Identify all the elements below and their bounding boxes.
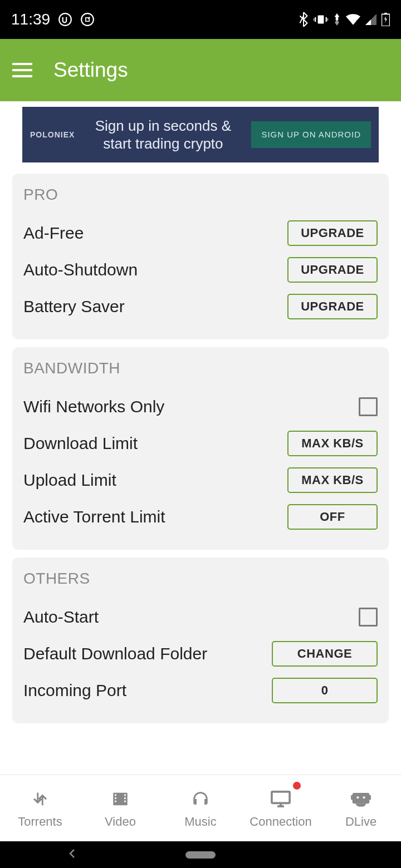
share-app-icon [80,12,95,27]
svg-rect-19 [369,795,371,800]
svg-rect-15 [353,792,369,803]
row-download-folder: Default Download Folder CHANGE [23,635,378,672]
svg-rect-3 [318,15,324,23]
label-auto-start: Auto-Start [23,608,99,627]
nav-label-torrents: Torrents [18,815,62,829]
section-others: OTHERS Auto-Start Default Download Folde… [12,558,389,723]
label-active-torrent-limit: Active Torrent Limit [23,507,165,526]
nav-label-connection: Connection [250,815,311,829]
status-right: 5 [299,12,390,27]
label-download-limit: Download Limit [23,434,138,453]
change-folder-button[interactable]: CHANGE [272,641,378,667]
nav-music[interactable]: Music [160,775,241,841]
svg-rect-6 [384,13,387,14]
home-pill[interactable] [185,851,216,859]
svg-point-1 [81,13,94,26]
ad-cta-button[interactable]: SIGN UP ON ANDROID [251,121,371,148]
checkbox-auto-start[interactable] [359,608,378,627]
label-download-folder: Default Download Folder [23,644,207,663]
svg-rect-14 [272,791,290,802]
download-limit-button[interactable]: MAX KB/S [287,431,378,456]
nav-video[interactable]: Video [80,775,160,841]
section-header-pro: PRO [23,186,378,204]
dlive-icon [350,788,372,810]
svg-rect-11 [124,794,126,796]
music-icon [189,788,212,810]
connection-icon [270,788,292,810]
nav-label-video: Video [105,815,136,829]
notification-badge [293,782,301,790]
section-header-others: OTHERS [23,570,378,588]
bottom-nav: Torrents Video Music Connection DLive [0,775,401,841]
section-pro: PRO Ad-Free UPGRADE Auto-Shutdown UPGRAD… [12,174,389,339]
row-ad-free: Ad-Free UPGRADE [23,215,378,251]
section-bandwidth: BANDWIDTH Wifi Networks Only Download Li… [12,347,389,550]
torrents-icon [29,788,51,810]
android-nav-bar [0,841,401,868]
data-icon [333,13,341,26]
svg-point-17 [363,796,365,798]
row-incoming-port: Incoming Port 0 [23,672,378,709]
upload-limit-button[interactable]: MAX KB/S [287,467,378,493]
status-bar: 11:39 5 [0,0,401,39]
page-title: Settings [53,58,128,82]
row-battery-saver: Battery Saver UPGRADE [23,288,378,325]
label-upload-limit: Upload Limit [23,471,116,490]
svg-rect-18 [351,795,353,800]
row-upload-limit: Upload Limit MAX KB/S [23,462,378,499]
ad-banner[interactable]: POLONIEX Sign up in seconds & start trad… [22,107,379,162]
row-auto-shutdown: Auto-Shutdown UPGRADE [23,251,378,288]
ad-brand: POLONIEX [30,130,75,139]
upgrade-battery-saver-button[interactable]: UPGRADE [287,294,378,319]
nav-connection[interactable]: Connection [241,775,321,841]
app-bar: Settings [0,39,401,101]
svg-rect-12 [124,797,126,799]
signal-icon [365,14,376,25]
menu-icon[interactable] [12,63,32,77]
row-wifi-only: Wifi Networks Only [23,388,378,425]
wifi-icon: 5 [346,14,360,25]
incoming-port-button[interactable]: 0 [272,678,378,703]
active-torrent-limit-button[interactable]: OFF [287,504,378,530]
battery-charging-icon [382,13,390,26]
bluetooth-icon [299,12,309,27]
label-auto-shutdown: Auto-Shutdown [23,260,138,279]
svg-rect-13 [124,800,126,802]
ad-text: Sign up in seconds & start trading crypt… [82,117,243,153]
row-active-torrent-limit: Active Torrent Limit OFF [23,499,378,535]
back-icon[interactable] [67,849,77,861]
status-left: 11:39 [11,11,95,28]
label-battery-saver: Battery Saver [23,297,125,316]
svg-rect-10 [115,800,116,802]
svg-point-16 [356,796,359,798]
video-icon [109,788,131,810]
row-download-limit: Download Limit MAX KB/S [23,425,378,462]
label-wifi-only: Wifi Networks Only [23,397,164,416]
svg-point-0 [59,13,71,26]
nav-dlive[interactable]: DLive [321,775,401,841]
svg-rect-9 [115,797,116,799]
svg-text:5: 5 [356,19,359,24]
nav-label-music: Music [184,815,216,829]
status-time: 11:39 [11,11,50,28]
vibrate-icon [314,13,328,26]
nav-torrents[interactable]: Torrents [0,775,80,841]
utorrent-icon [58,12,72,27]
label-ad-free: Ad-Free [23,224,84,243]
content: POLONIEX Sign up in seconds & start trad… [0,101,401,802]
label-incoming-port: Incoming Port [23,681,126,700]
svg-rect-8 [115,794,116,796]
upgrade-auto-shutdown-button[interactable]: UPGRADE [287,257,378,283]
checkbox-wifi-only[interactable] [359,397,378,416]
nav-label-dlive: DLive [345,815,376,829]
section-header-bandwidth: BANDWIDTH [23,359,378,377]
row-auto-start: Auto-Start [23,599,378,635]
upgrade-ad-free-button[interactable]: UPGRADE [287,220,378,246]
